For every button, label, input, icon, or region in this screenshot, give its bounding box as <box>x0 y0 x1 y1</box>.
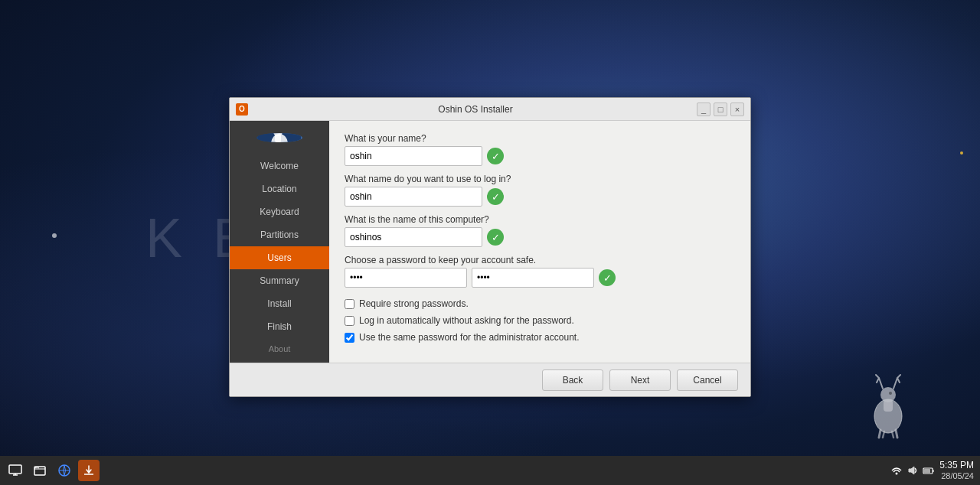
clock-date: 28/05/24 <box>939 471 974 481</box>
autologin-row: Log in automatically without asking for … <box>345 315 735 326</box>
main-content: What is your name? ✓ What name do you wa… <box>329 121 750 363</box>
window-footer: Back Next Cancel <box>230 363 750 396</box>
window-controls: _ □ × <box>697 103 744 116</box>
password-row: ✓ <box>345 268 735 288</box>
computer-group: What is the name of this computer? ✓ <box>345 214 735 247</box>
svg-rect-21 <box>924 469 930 473</box>
svg-point-2 <box>880 387 896 402</box>
window-title: Oshin OS Installer <box>254 104 697 115</box>
cancel-button[interactable]: Cancel <box>677 369 738 391</box>
window-content: Welcome Location Keyboard Partitions Use… <box>230 121 750 363</box>
svg-line-5 <box>883 431 884 438</box>
svg-line-6 <box>892 431 893 438</box>
login-label: What name do you want to use to log in? <box>345 174 735 184</box>
desktop: K E <box>0 0 980 485</box>
autologin-label: Log in automatically without asking for … <box>359 315 574 326</box>
taskbar-icon-monitor[interactable] <box>5 460 26 481</box>
computer-input[interactable] <box>345 227 482 247</box>
sidebar-item-summary[interactable]: Summary <box>230 269 329 292</box>
volume-icon <box>906 464 919 477</box>
minimize-button[interactable]: _ <box>697 103 710 116</box>
admin-password-row: Use the same password for the administra… <box>345 332 735 343</box>
computer-label: What is the name of this computer? <box>345 214 735 225</box>
svg-line-4 <box>896 430 897 438</box>
require-strong-checkbox[interactable] <box>345 299 354 309</box>
clock: 5:35 PM 28/05/24 <box>939 460 974 481</box>
name-label: What is your name? <box>345 133 735 144</box>
letter-k: K <box>145 207 190 269</box>
svg-point-7 <box>889 392 892 395</box>
name-input[interactable] <box>345 146 482 166</box>
computer-row: ✓ <box>345 227 735 247</box>
password-group: Choose a password to keep your account s… <box>345 255 735 288</box>
password-check-icon: ✓ <box>599 269 616 286</box>
autologin-checkbox[interactable] <box>345 316 354 326</box>
require-strong-row: Require strong passwords. <box>345 298 735 309</box>
svg-point-18 <box>896 472 898 474</box>
sidebar-item-welcome[interactable]: Welcome <box>230 155 329 177</box>
admin-password-label: Use the same password for the administra… <box>359 332 579 343</box>
login-row: ✓ <box>345 187 735 207</box>
taskbar: 5:35 PM 28/05/24 <box>0 456 980 485</box>
taskbar-icon-browser[interactable] <box>54 460 75 481</box>
title-bar: O Oshin OS Installer _ □ × <box>230 98 750 121</box>
sidebar-item-keyboard[interactable]: Keyboard <box>230 200 329 223</box>
sidebar: Welcome Location Keyboard Partitions Use… <box>230 121 329 363</box>
sidebar-item-install[interactable]: Install <box>230 292 329 315</box>
network-icon <box>890 464 903 477</box>
close-button[interactable]: × <box>730 103 744 116</box>
name-group: What is your name? ✓ <box>345 133 735 166</box>
taskbar-left <box>0 460 104 481</box>
next-button[interactable]: Next <box>609 369 671 391</box>
login-group: What name do you want to use to log in? … <box>345 174 735 207</box>
sidebar-item-finish[interactable]: Finish <box>230 315 329 338</box>
installer-window: O Oshin OS Installer _ □ × <box>229 97 751 397</box>
sidebar-nav: Welcome Location Keyboard Partitions Use… <box>230 155 329 338</box>
login-input[interactable] <box>345 187 482 207</box>
taskbar-right: 5:35 PM 28/05/24 <box>884 460 980 481</box>
sidebar-logo <box>256 133 302 142</box>
sidebar-item-partitions[interactable]: Partitions <box>230 223 329 246</box>
about-link[interactable]: About <box>263 338 297 360</box>
app-icon: O <box>236 103 248 116</box>
dot-1 <box>52 233 57 238</box>
name-row: ✓ <box>345 146 735 166</box>
deer-logo <box>858 370 919 439</box>
svg-rect-20 <box>933 470 934 472</box>
sidebar-item-location[interactable]: Location <box>230 177 329 200</box>
password-input[interactable] <box>345 268 467 288</box>
systray <box>890 464 935 477</box>
taskbar-icon-installer[interactable] <box>78 460 100 481</box>
back-button[interactable]: Back <box>542 369 603 391</box>
password-confirm-input[interactable] <box>472 268 594 288</box>
login-check-icon: ✓ <box>487 188 504 205</box>
password-label: Choose a password to keep your account s… <box>345 255 735 265</box>
maximize-button[interactable]: □ <box>714 103 727 116</box>
name-check-icon: ✓ <box>487 148 504 164</box>
sidebar-item-users[interactable]: Users <box>230 246 329 269</box>
battery-icon <box>923 464 935 477</box>
require-strong-label: Require strong passwords. <box>359 298 469 309</box>
clock-time: 5:35 PM <box>939 460 974 470</box>
svg-line-3 <box>879 430 880 438</box>
admin-password-checkbox[interactable] <box>345 333 354 343</box>
computer-check-icon: ✓ <box>487 229 504 246</box>
dot-2 <box>960 151 963 155</box>
taskbar-icon-files[interactable] <box>29 460 51 481</box>
svg-rect-12 <box>9 465 21 474</box>
